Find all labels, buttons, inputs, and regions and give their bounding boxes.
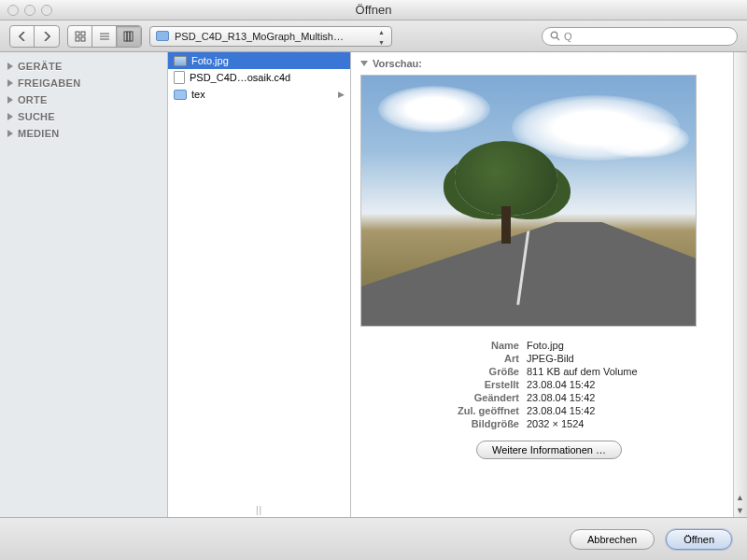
open-button[interactable]: Öffnen: [666, 529, 732, 550]
open-dialog: Öffnen PSD_C4D_R13_MoGraph_Multish…: [0, 0, 747, 560]
meta-key: Zul. geöffnet: [416, 405, 519, 416]
forward-button[interactable]: [35, 26, 59, 47]
grid-icon: [75, 31, 86, 42]
stepper-icon: ▲▼: [378, 29, 388, 46]
file-name: tex: [191, 89, 205, 100]
disclosure-triangle-icon: [360, 61, 368, 66]
preview-image: [360, 75, 697, 327]
back-button[interactable]: [10, 26, 35, 47]
column-view-button[interactable]: [117, 26, 141, 47]
disclosure-triangle-icon: [7, 63, 13, 70]
toolbar: PSD_C4D_R13_MoGraph_Multish… ▲▼ Q: [0, 21, 747, 52]
file-row[interactable]: tex ▶: [168, 86, 350, 103]
file-column: Foto.jpg PSD_C4D…osaik.c4d tex ▶ ||: [168, 52, 351, 517]
meta-value: 23.08.04 15:42: [527, 405, 738, 416]
sidebar-section-devices[interactable]: GERÄTE: [0, 58, 167, 75]
meta-key: Größe: [416, 366, 519, 377]
list-icon: [99, 31, 110, 42]
titlebar: Öffnen: [0, 0, 747, 21]
dialog-footer: Abbrechen Öffnen: [0, 517, 747, 560]
disclosure-triangle-icon: [7, 113, 13, 120]
path-label: PSD_C4D_R13_MoGraph_Multish…: [175, 31, 344, 42]
search-field[interactable]: Q: [542, 27, 738, 46]
disclosure-triangle-icon: [7, 130, 13, 137]
cancel-button[interactable]: Abbrechen: [570, 529, 655, 550]
file-row[interactable]: Foto.jpg: [168, 52, 350, 69]
dialog-body: GERÄTE FREIGABEN ORTE SUCHE MEDIEN Foto.…: [0, 52, 747, 517]
metadata-table: Name Foto.jpg Art JPEG-Bild Größe 811 KB…: [416, 340, 738, 429]
meta-key: Name: [416, 340, 519, 351]
folder-icon: [156, 31, 169, 41]
search-placeholder: Q: [564, 31, 572, 42]
preview-pane: Vorschau: Name Foto.jpg Art JPEG-Bild Gr…: [351, 52, 747, 517]
sidebar: GERÄTE FREIGABEN ORTE SUCHE MEDIEN: [0, 52, 168, 517]
file-row[interactable]: PSD_C4D…osaik.c4d: [168, 69, 350, 86]
more-info-button[interactable]: Weitere Informationen …: [476, 441, 622, 459]
scroll-up-icon: ▲: [733, 490, 747, 504]
disclosure-triangle-icon: [7, 79, 13, 87]
svg-rect-9: [130, 32, 133, 41]
chevron-right-icon: [43, 32, 50, 41]
list-view-button[interactable]: [92, 26, 117, 47]
svg-line-11: [557, 37, 559, 40]
sidebar-section-media[interactable]: MEDIEN: [0, 125, 167, 142]
meta-value: 23.08.04 15:42: [527, 392, 738, 403]
meta-key: Erstellt: [416, 379, 519, 390]
file-name: Foto.jpg: [191, 55, 229, 66]
icon-view-button[interactable]: [68, 26, 92, 47]
window-title: Öffnen: [0, 3, 747, 17]
svg-point-10: [551, 32, 557, 38]
scroll-down-icon: ▼: [733, 503, 747, 517]
column-resize-handle[interactable]: ||: [256, 505, 262, 515]
image-file-icon: [174, 56, 187, 66]
sidebar-section-places[interactable]: ORTE: [0, 91, 167, 108]
path-dropdown[interactable]: PSD_C4D_R13_MoGraph_Multish… ▲▼: [149, 26, 392, 47]
file-name: PSD_C4D…osaik.c4d: [190, 72, 290, 83]
document-file-icon: [174, 71, 185, 84]
meta-value: 811 KB auf dem Volume: [527, 366, 738, 377]
chevron-right-icon: ▶: [338, 90, 345, 99]
sidebar-section-search[interactable]: SUCHE: [0, 108, 167, 125]
search-icon: [550, 31, 560, 41]
meta-key: Geändert: [416, 392, 519, 403]
chevron-left-icon: [19, 32, 26, 41]
folder-icon: [174, 90, 187, 100]
svg-rect-1: [81, 32, 85, 35]
meta-key: Art: [416, 353, 519, 364]
nav-history: [9, 25, 60, 48]
meta-value: JPEG-Bild: [527, 353, 738, 364]
preview-heading: Vorschau:: [360, 58, 738, 69]
disclosure-triangle-icon: [7, 96, 13, 104]
svg-rect-3: [81, 37, 85, 41]
meta-value: 2032 × 1524: [527, 418, 738, 429]
meta-value: 23.08.04 15:42: [527, 379, 738, 390]
view-mode: [67, 25, 142, 48]
meta-key: Bildgröße: [416, 418, 519, 429]
meta-value: Foto.jpg: [527, 340, 738, 351]
sidebar-section-shares[interactable]: FREIGABEN: [0, 75, 167, 91]
svg-rect-0: [76, 32, 79, 35]
svg-rect-2: [76, 37, 79, 41]
columns-icon: [123, 31, 134, 42]
vertical-scrollbar[interactable]: ▲ ▼: [733, 52, 747, 517]
